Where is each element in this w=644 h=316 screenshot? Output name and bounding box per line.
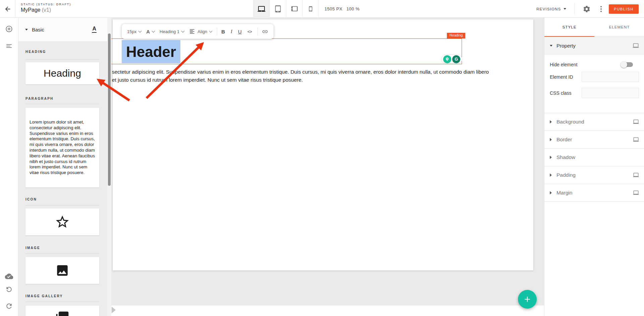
navigator-list-icon (6, 43, 13, 50)
divider (25, 205, 99, 206)
margin-label: Margin (557, 190, 572, 196)
paragraph-element-card[interactable]: Lorem ipsum dolor sit amet, consectetur … (25, 108, 99, 187)
plus-icon (523, 295, 532, 304)
bold-button[interactable]: B (221, 29, 225, 34)
align-dropdown[interactable]: Align (189, 28, 212, 34)
chevron-down-icon (25, 29, 28, 30)
grammarly-assistant-pill[interactable]: G (441, 54, 462, 64)
section-margin[interactable]: Margin (544, 184, 644, 202)
section-border[interactable]: Border (544, 131, 644, 148)
device-tablet-button[interactable] (270, 0, 286, 18)
block-format-value: Heading 1 (160, 29, 179, 34)
link-icon (262, 28, 268, 35)
text-category-icon[interactable]: A (92, 26, 97, 33)
editor-canvas[interactable]: Heading Header G sectetur adipiscing eli… (111, 18, 544, 316)
responsive-desktop-icon[interactable] (633, 190, 639, 196)
kebab-dot (600, 6, 602, 7)
canvas-width-value: 1505 PX (325, 6, 342, 11)
link-button[interactable] (262, 28, 268, 35)
divider (25, 302, 99, 302)
code-button[interactable]: <> (247, 29, 252, 34)
chevron-right-icon (550, 191, 552, 194)
page-builder-app: STATIC (STATUS: DRAFT) MyPage(v1) 1505 P… (0, 0, 644, 316)
device-tablet-landscape-button[interactable] (286, 0, 302, 18)
settings-button[interactable] (579, 0, 595, 18)
divider (257, 27, 258, 35)
kebab-dot (600, 11, 602, 12)
align-label: Align (197, 29, 207, 34)
element-id-row: Element ID (544, 72, 644, 82)
plus-circle-icon (5, 25, 13, 33)
tablet-landscape-icon (291, 6, 298, 12)
responsive-desktop-icon[interactable] (633, 137, 639, 143)
basic-group-header[interactable]: Basic (18, 18, 111, 42)
grammarly-icon[interactable]: G (452, 55, 460, 63)
border-label: Border (557, 137, 572, 143)
redo-icon (5, 302, 13, 310)
tab-element[interactable]: ELEMENT (594, 18, 644, 36)
back-button[interactable] (0, 0, 15, 18)
property-section-title: Property (557, 43, 576, 49)
image-element-card[interactable] (25, 257, 99, 284)
chevron-down-icon (181, 29, 185, 32)
chevron-right-icon (550, 138, 552, 141)
font-size-dropdown[interactable]: 15px (127, 29, 141, 34)
font-color-dropdown[interactable]: A (146, 29, 155, 34)
section-background[interactable]: Background (544, 113, 644, 131)
star-icon (55, 214, 70, 230)
device-desktop-button[interactable] (253, 0, 270, 18)
laptop-icon (257, 5, 266, 13)
undo-icon (5, 286, 13, 293)
canvas-bottom-bar (111, 305, 544, 316)
sidebar-scrollbar-thumb[interactable] (108, 33, 111, 186)
section-padding[interactable]: Padding (544, 166, 644, 184)
responsive-desktop-icon[interactable] (633, 119, 639, 125)
page-paragraph-text[interactable]: sectetur adipiscing elit. Suspendisse va… (112, 68, 489, 84)
text-selection-highlight[interactable]: Header (122, 40, 180, 63)
more-options-button[interactable] (596, 0, 606, 18)
redo-button[interactable] (5, 302, 13, 311)
underline-button[interactable]: U (238, 29, 242, 34)
chevron-right-icon (550, 156, 552, 159)
chevron-down-icon (138, 29, 142, 32)
property-section-header[interactable]: Property (544, 37, 644, 55)
suggestion-bulb-icon[interactable] (443, 55, 451, 63)
device-mobile-button[interactable] (302, 0, 319, 18)
css-class-input[interactable] (582, 88, 639, 98)
chevron-right-icon (550, 120, 552, 124)
responsive-desktop-icon[interactable] (633, 43, 639, 49)
hide-element-label: Hide element (550, 62, 578, 67)
add-element-panel-button[interactable] (5, 25, 13, 34)
element-navigator-button[interactable] (6, 43, 13, 51)
device-preview-switcher (253, 0, 319, 18)
panel-expand-handle[interactable] (112, 307, 116, 313)
paragraph-preview-text: Lorem ipsum dolor sit amet, consectetur … (25, 115, 99, 180)
element-id-label: Element ID (550, 74, 573, 80)
align-left-icon (189, 28, 195, 34)
block-format-dropdown[interactable]: Heading 1 (160, 29, 184, 34)
heading-element-card[interactable]: Heading (25, 62, 99, 84)
image-gallery-element-card[interactable] (25, 306, 99, 316)
icon-element-card[interactable] (25, 209, 99, 235)
italic-button[interactable]: I (231, 29, 232, 34)
divider (217, 27, 217, 35)
back-arrow-icon (4, 5, 11, 13)
padding-label: Padding (557, 172, 576, 178)
publish-button[interactable]: PUBLISH (609, 4, 639, 14)
element-id-input[interactable] (582, 72, 639, 82)
chevron-right-icon (550, 173, 552, 177)
divider (25, 59, 99, 60)
section-shadow[interactable]: Shadow (544, 148, 644, 166)
tab-style[interactable]: STYLE (544, 18, 594, 36)
kebab-dot (600, 8, 602, 10)
revisions-dropdown[interactable]: REVISIONS (536, 0, 566, 18)
page-heading-text[interactable]: Header (126, 44, 176, 60)
responsive-desktop-icon[interactable] (633, 172, 639, 178)
smartphone-icon (308, 6, 313, 12)
hide-element-toggle[interactable] (621, 61, 634, 68)
section-label-paragraph: PARAGRAPH (25, 97, 54, 100)
undo-button[interactable] (5, 286, 13, 295)
basic-group-label: Basic (32, 27, 44, 32)
add-element-fab[interactable] (518, 290, 537, 309)
divider (574, 3, 575, 15)
